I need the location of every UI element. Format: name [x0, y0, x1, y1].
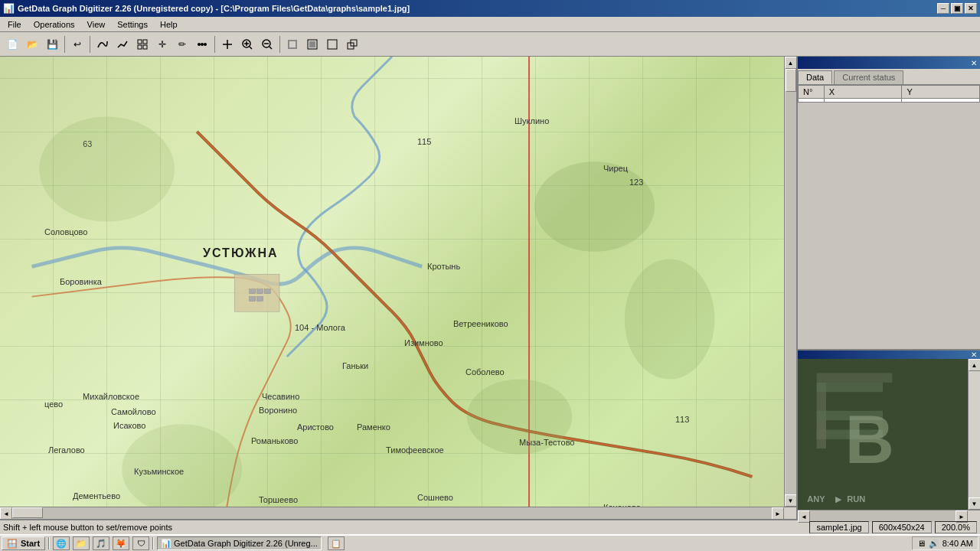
title-bar-title: 📊 GetData Graph Digitizer 2.26 (Unregist… — [3, 3, 410, 14]
svg-rect-33 — [257, 297, 263, 302]
scroll-vthumb[interactable] — [786, 69, 796, 92]
svg-rect-29 — [250, 289, 256, 294]
zoom-svg: B ANY ▶ RUN — [798, 359, 968, 510]
label-myza-testovo: Мыза-Тестово — [519, 438, 574, 447]
new-button[interactable]: 📄 — [3, 35, 21, 54]
svg-point-26 — [39, 116, 174, 221]
zoom-panel-close[interactable]: ✕ — [971, 350, 977, 359]
restore-button[interactable]: ▣ — [951, 3, 963, 14]
curve-icon — [96, 38, 109, 51]
zoom-scroll-left[interactable]: ◄ — [798, 510, 810, 523]
label-borovinka: Боровинка — [60, 277, 102, 286]
svg-line-10 — [250, 47, 252, 49]
title-bar-controls: ─ ▣ ✕ — [937, 3, 977, 14]
svg-rect-31 — [264, 289, 270, 294]
sep2 — [90, 36, 90, 53]
start-button[interactable]: 🪟 Start — [2, 536, 45, 550]
quicklaunch-ie[interactable]: 🌐 — [53, 536, 70, 550]
zoom-in-icon — [241, 38, 253, 51]
svg-rect-20 — [328, 40, 337, 49]
frame4-button[interactable] — [343, 35, 361, 54]
svg-rect-41 — [817, 420, 826, 448]
open-button[interactable]: 📂 — [23, 35, 41, 54]
pen-tool[interactable]: ✏ — [173, 35, 191, 54]
zoom-out-button[interactable] — [258, 35, 276, 54]
zoom-scroll-up[interactable]: ▲ — [969, 359, 981, 371]
tray-sound-icon[interactable]: 🔊 — [929, 539, 939, 549]
frame3-button[interactable] — [323, 35, 341, 54]
col-num: N° — [799, 86, 825, 99]
label-samoilovo: Самойлово — [111, 407, 156, 416]
panel-tabs: Data Current status — [798, 69, 980, 85]
menu-settings[interactable]: Settings — [111, 17, 154, 31]
map-background: 63 УСТЮЖНА Шуклино 115 Чирец 123 Соловцо… — [0, 57, 784, 507]
label-chirets: Чирец — [603, 164, 628, 173]
menu-operations[interactable]: Operations — [28, 17, 81, 31]
scroll-left-button[interactable]: ◄ — [0, 507, 12, 519]
svg-rect-17 — [289, 41, 296, 47]
line-tool[interactable] — [113, 35, 132, 54]
status-filename: sample1.jpg — [809, 521, 868, 533]
frame2-button[interactable] — [303, 35, 322, 54]
zoom-hscroll: ◄ ► — [798, 510, 980, 522]
curve-tool[interactable] — [93, 35, 112, 54]
grid-tool[interactable] — [133, 35, 152, 54]
scroll-up-button[interactable]: ▲ — [785, 57, 797, 69]
svg-rect-38 — [817, 383, 883, 392]
label-isakovo: Исаково — [113, 421, 145, 430]
quicklaunch-firefox[interactable]: 🦊 — [113, 536, 129, 550]
frame2-icon — [306, 38, 318, 51]
dots-tool[interactable] — [193, 35, 211, 54]
menu-view[interactable]: View — [81, 17, 112, 31]
label-113: 113 — [675, 415, 689, 424]
frame1-button[interactable] — [283, 35, 302, 54]
scroll-down-button[interactable]: ▼ — [785, 494, 797, 507]
tray-network-icon[interactable]: 🖥 — [917, 539, 926, 548]
zoom-scroll-down[interactable]: ▼ — [969, 497, 981, 510]
quicklaunch-security[interactable]: 🛡 — [132, 536, 149, 550]
minimize-button[interactable]: ─ — [937, 3, 949, 14]
scroll-right-button[interactable]: ► — [772, 507, 784, 519]
menu-help[interactable]: Help — [154, 17, 184, 31]
label-chesavino: Чесавино — [262, 392, 299, 401]
scroll-vtrack[interactable] — [786, 69, 796, 494]
label-voronino: Воронино — [259, 406, 297, 415]
taskbar-app2[interactable]: 📋 — [328, 536, 345, 550]
label-ganki: Ганьки — [342, 361, 368, 370]
zoom-panel-titlebar: ✕ — [798, 350, 980, 359]
map-red-line — [528, 57, 530, 507]
close-button[interactable]: ✕ — [965, 3, 977, 14]
zoom-content: B ANY ▶ RUN ▲ ▼ — [798, 359, 980, 510]
zoom-in-button[interactable] — [238, 35, 256, 54]
quicklaunch-media[interactable]: 🎵 — [93, 536, 109, 550]
sep1 — [64, 36, 65, 53]
label-soshnevo: Сошнево — [417, 493, 453, 502]
quicklaunch-folder[interactable]: 📁 — [73, 536, 90, 550]
map-svg: 63 — [0, 57, 784, 507]
label-vetreennikovo: Ветреениково — [453, 319, 508, 328]
map-area[interactable]: 63 УСТЮЖНА Шуклино 115 Чирец 123 Соловцо… — [0, 57, 784, 507]
save-button[interactable]: 💾 — [43, 35, 61, 54]
data-panel-close[interactable]: ✕ — [971, 59, 977, 67]
title-bar: 📊 GetData Graph Digitizer 2.26 (Unregist… — [0, 0, 980, 17]
dots-icon — [196, 38, 208, 51]
frame1-icon — [286, 38, 299, 51]
label-sobolevo: Соболево — [466, 367, 505, 377]
taskbar-app-window[interactable]: 📊 GetData Graph Digitizer 2.26 (Unreg... — [157, 536, 322, 550]
navigate-icon — [221, 38, 234, 51]
data-content-area — [798, 103, 980, 349]
svg-rect-28 — [234, 274, 279, 311]
svg-rect-32 — [250, 297, 256, 302]
tab-data[interactable]: Data — [798, 70, 832, 84]
start-icon: 🪟 — [7, 539, 18, 549]
tab-current-status[interactable]: Current status — [834, 70, 903, 84]
main-layout: 63 УСТЮЖНА Шуклино 115 Чирец 123 Соловцо… — [0, 57, 980, 519]
scroll-hthumb[interactable] — [12, 507, 43, 518]
taskbar-tray: 🖥 🔊 8:40 AM — [912, 536, 978, 550]
navigate-tool[interactable] — [218, 35, 237, 54]
menu-file[interactable]: File — [2, 17, 28, 31]
svg-text:B: B — [845, 402, 894, 478]
move-tool[interactable]: ✛ — [153, 35, 172, 54]
undo-button[interactable]: ↩ — [68, 35, 87, 54]
scroll-htrack[interactable] — [12, 507, 772, 519]
